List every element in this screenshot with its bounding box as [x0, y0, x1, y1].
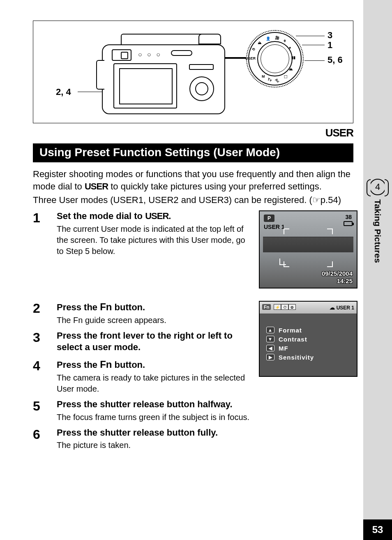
lcd2-fn-chip: Fn	[262, 304, 271, 310]
step-3-number: 3	[33, 330, 57, 344]
step-1-number: 1	[33, 210, 57, 224]
intro-text-1b: to quickly take pictures using your pref…	[108, 181, 322, 192]
dial-user-label: USER	[245, 56, 256, 60]
timer-icon: ⏱	[281, 304, 288, 310]
step-2-heading: Press the Fn button.	[57, 301, 246, 313]
intro-paragraph: Register shooting modes or functions tha…	[33, 168, 353, 192]
step-1: 1 Set the mode dial to USER. The current…	[33, 210, 353, 297]
step-1-heading: Set the mode dial to USER.	[57, 210, 246, 222]
step-6-heading: Press the shutter release button fully.	[57, 427, 353, 438]
step-1-heading-a: Set the mode dial to	[57, 211, 145, 221]
step-2-heading-b: button.	[112, 302, 145, 312]
intro-text-2-end: )	[338, 195, 341, 205]
flash-icon: ⚡	[274, 304, 281, 310]
step-4-number: 4	[33, 358, 57, 372]
step-3: 3 Press the front lever to the right or …	[33, 330, 353, 354]
intro-paragraph-2: Three User modes (USER1, USER2 and USER3…	[33, 194, 353, 206]
mode-dial-zoom: USER M Tv Av ⬚ ⛰ ▮▮ ● ⚘ 🎥 👤 ⛰ ⟲	[246, 30, 304, 88]
step-4-heading-b: button.	[112, 360, 145, 370]
step-1-desc: The current User mode is indicated at th…	[57, 224, 246, 257]
chapter-number-badge: 4	[369, 179, 386, 195]
lcd1-mode-p: P	[264, 215, 274, 222]
step-5: 5 Press the shutter release button halfw…	[33, 399, 353, 423]
step-2-heading-a: Press the	[57, 302, 100, 312]
lcd2-mini-icons: ⚡ ⏱ ✿	[274, 304, 296, 310]
step-2-number: 2	[33, 301, 57, 315]
macro-icon: ✿	[288, 304, 296, 310]
lcd-preview-user-mode: P USER 1 38 09/25/2004 14:25	[259, 210, 357, 288]
lcd1-scene	[263, 237, 353, 252]
lcd2-mode-label: USER 1	[337, 305, 354, 311]
section-heading: Using Preset Function Settings (User Mod…	[33, 143, 353, 162]
step-3-heading: Press the front lever to the right or le…	[57, 330, 246, 353]
cross-ref-icon: ☞	[312, 195, 321, 205]
step-4-heading-a: Press the	[57, 360, 100, 370]
step-6-number: 6	[33, 427, 57, 441]
camera-diagram: 2, 4 ○ ○ ○ USER M Tv Av ⬚ ⛰ ▮▮ ●	[33, 21, 353, 123]
chapter-title: Taking Pictures	[373, 199, 383, 263]
intro-user-word: USER	[85, 181, 108, 192]
cross-ref: p.54	[321, 195, 338, 205]
mode-tag-user: USER	[33, 127, 353, 139]
camera-illustration: ○ ○ ○	[97, 35, 233, 115]
step-5-desc: The focus frame turns green if the subje…	[57, 412, 353, 423]
step-6: 6 Press the shutter release button fully…	[33, 427, 353, 451]
lcd1-time: 14:25	[337, 277, 353, 284]
lcd1-remaining-count: 38	[345, 214, 352, 220]
battery-icon	[344, 221, 353, 226]
diagram-label-1: 1	[327, 40, 332, 51]
step-4: 4 Press the Fn button. The camera is rea…	[33, 358, 353, 395]
diagram-label-left: 2, 4	[56, 87, 71, 97]
step-2-heading-fn: Fn	[100, 301, 112, 312]
step-4-heading-fn: Fn	[100, 359, 112, 370]
step-2-desc: The Fn guide screen appears.	[57, 315, 246, 326]
step-5-heading: Press the shutter release button halfway…	[57, 399, 353, 410]
lcd1-date: 09/25/2004	[322, 270, 353, 277]
step-6-desc: The picture is taken.	[57, 440, 353, 451]
lcd1-user1-label: USER 1	[264, 224, 285, 230]
intro-text-2: Three User modes (USER1, USER2 and USER3…	[33, 195, 312, 205]
step-2: 2 Press the Fn button. The Fn guide scre…	[33, 301, 353, 326]
step-1-heading-b: .	[168, 211, 171, 221]
step-4-desc: The camera is ready to take pictures in …	[57, 372, 246, 395]
diagram-label-3: 3	[327, 30, 332, 41]
wb-icon: ☁	[330, 305, 335, 311]
step-1-heading-user: USER	[145, 211, 168, 221]
side-tab: 4 Taking Pictures	[363, 179, 392, 263]
step-4-heading: Press the Fn button.	[57, 358, 246, 371]
lcd2-mode-top: ☁USER 1	[330, 305, 354, 311]
page-number: 53	[363, 519, 392, 540]
step-5-number: 5	[33, 399, 57, 413]
diagram-label-56: 5, 6	[327, 55, 343, 65]
side-gray-bar	[363, 0, 392, 540]
